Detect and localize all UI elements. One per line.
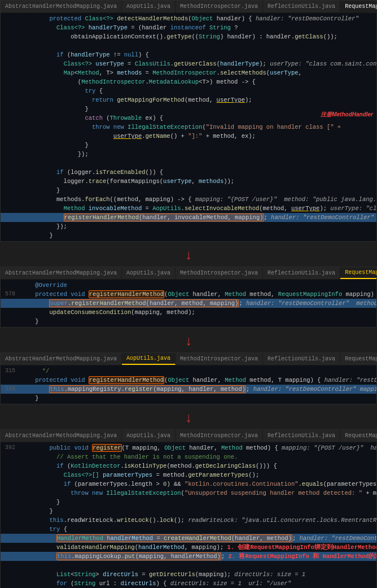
code-line: logger.trace(formatMappings(userType, me… xyxy=(1,177,376,186)
code-line: @Override xyxy=(1,281,376,290)
code-line: (MethodIntrospector.MetadataLookup<T>) m… xyxy=(1,77,376,86)
code-line: Map<Method, T> methods = MethodIntrospec… xyxy=(1,68,376,77)
code-line: } xyxy=(1,394,376,403)
code-line: 578 protected void registerHandlerMethod… xyxy=(1,290,376,299)
code-line: Method invocableMethod = AopUtils.select… xyxy=(1,204,376,213)
code-line: } xyxy=(1,317,376,326)
code-line: } xyxy=(1,507,376,516)
tab-abstract2[interactable]: AbstractHandlerMethodMapping.java xyxy=(1,267,122,279)
code-line: if (parameterTypes.length > 0) && "kotli… xyxy=(1,480,376,489)
tab-abstract3[interactable]: AbstractHandlerMethodMapping.java xyxy=(1,353,122,365)
code-line: userType.getName() + "]:" + method, ex); xyxy=(1,132,376,141)
code-area-2: @Override 578 protected void registerHan… xyxy=(1,280,376,327)
code-line: } xyxy=(1,186,376,195)
annotation-method-handler: 注册MethodHandler xyxy=(321,111,373,119)
tab-reflection2[interactable]: ReflectionUtils.java xyxy=(263,267,340,279)
tab-requestmapping4[interactable]: RequestMappingHandlerMapping.java xyxy=(340,430,376,442)
code-line: if (handlerType != null) { xyxy=(1,50,376,59)
tab-method4[interactable]: MethodIntrospector.java xyxy=(176,430,263,442)
tab-bar-1[interactable]: AbstractHandlerMethodMapping.java AopUti… xyxy=(1,1,376,13)
tab-requestmapping1[interactable]: RequestMappingHandlerMapping.java xyxy=(340,1,376,12)
code-line-highlighted: 318 this.mappingRegistry.register(mappin… xyxy=(1,385,376,394)
tab-requestmapping3[interactable]: RequestMappingHandlerMapping.java xyxy=(340,353,376,365)
code-line: } xyxy=(1,498,376,507)
tab-reflection3[interactable]: ReflectionUtils.java xyxy=(263,353,340,365)
code-line: } xyxy=(1,141,376,150)
tab-aop4[interactable]: AopUtils.java xyxy=(122,430,176,442)
tab-bar-4[interactable]: AbstractHandlerMethodMapping.java AopUti… xyxy=(1,430,376,442)
code-line: if (logger.isTraceEnabled()) { xyxy=(1,168,376,177)
code-line: List<String> directUrls = getDirectUrls(… xyxy=(1,570,376,579)
tab-method3[interactable]: MethodIntrospector.java xyxy=(176,353,263,365)
arrow-3-4: ↓ xyxy=(0,407,377,429)
code-line: if (KotlinDetector.isKotlinType(method.g… xyxy=(1,461,376,471)
code-line xyxy=(1,159,376,168)
code-line: throw new IllegalStateException("Unsuppo… xyxy=(1,489,376,498)
tab-method2[interactable]: MethodIntrospector.java xyxy=(176,267,263,279)
code-line: return getMappingForMethod(method, userT… xyxy=(1,95,376,104)
tab-reflection4[interactable]: ReflectionUtils.java xyxy=(263,430,340,442)
code-line: methods.forEach((method, mapping) -> { m… xyxy=(1,195,376,204)
editor-panel-1: AbstractHandlerMethodMapping.java AopUti… xyxy=(0,0,377,242)
tab-aop3[interactable]: AopUtils.java xyxy=(122,353,176,365)
code-line-highlighted-2: this.mappingLookup.put(mapping, handlerM… xyxy=(1,552,376,561)
code-line: this.readWriteLock.writeLock().lock(); r… xyxy=(1,516,376,525)
editor-panel-4: AbstractHandlerMethodMapping.java AopUti… xyxy=(0,429,377,588)
code-line: obtainApplicationContext().getType((Stri… xyxy=(1,32,376,41)
code-line: }); xyxy=(1,222,376,231)
tab-bar-3[interactable]: AbstractHandlerMethodMapping.java AopUti… xyxy=(1,353,376,365)
code-line-highlighted-1: HandlerMethod handlerMethod = createHand… xyxy=(1,534,376,543)
editor-panel-2: AbstractHandlerMethodMapping.java AopUti… xyxy=(0,267,377,328)
code-line: protected void registerHandlerMethod(Obj… xyxy=(1,376,376,385)
code-line: }); xyxy=(1,150,376,159)
editor-panel-3: AbstractHandlerMethodMapping.java AopUti… xyxy=(0,352,377,404)
code-line: try { xyxy=(1,525,376,534)
tab-aop1[interactable]: AopUtils.java xyxy=(122,1,176,12)
code-line xyxy=(1,41,376,50)
code-area-3: 315 */ protected void registerHandlerMet… xyxy=(1,365,376,404)
arrow-1-2: ↓ xyxy=(0,244,377,267)
code-line: 392 public void register(T mapping, Obje… xyxy=(1,443,376,452)
tab-method1[interactable]: MethodIntrospector.java xyxy=(176,1,263,12)
code-line: } xyxy=(1,231,376,240)
tab-requestmapping2[interactable]: RequestMappingHandlerMapping.java xyxy=(340,267,376,279)
code-line: Class<?> userType = ClassUtils.getUserCl… xyxy=(1,59,376,68)
code-line: } xyxy=(1,104,376,114)
code-line: for (String url : directUrls) { directUr… xyxy=(1,579,376,588)
code-line: validateHandlerMapping(handlerMethod, ma… xyxy=(1,543,376,552)
code-line: Class<?>[] parameterTypes = method.getPa… xyxy=(1,471,376,480)
code-line: try { xyxy=(1,86,376,95)
code-line: Class<?> handlerType = (handler instance… xyxy=(1,23,376,32)
code-line: // Assert that the handler is not a susp… xyxy=(1,452,376,461)
tab-abstract1[interactable]: AbstractHandlerMethodMapping.java xyxy=(1,1,122,12)
code-area-1: protected Class<?> detectHandlerMethods(… xyxy=(1,13,376,241)
tab-reflection1[interactable]: ReflectionUtils.java xyxy=(263,1,340,12)
tab-bar-2[interactable]: AbstractHandlerMethodMapping.java AopUti… xyxy=(1,267,376,280)
code-line: protected Class<?> detectHandlerMethods(… xyxy=(1,14,376,23)
code-line: throw new IllegalStateException("Invalid… xyxy=(1,123,376,132)
code-area-4: 392 public void register(T mapping, Obje… xyxy=(1,442,376,588)
tab-aop2[interactable]: AopUtils.java xyxy=(122,267,176,279)
code-line-highlighted: super.registerHandlerMethod(handler, met… xyxy=(1,299,376,308)
code-line: updateConsumesCondition(mapping, method)… xyxy=(1,308,376,317)
arrow-2-3: ↓ xyxy=(0,330,377,352)
code-line: catch (Throwable ex) { xyxy=(1,114,376,123)
code-line: 315 */ xyxy=(1,367,376,376)
code-line xyxy=(1,561,376,570)
tab-abstract4[interactable]: AbstractHandlerMethodMapping.java xyxy=(1,430,122,442)
code-line-highlighted: registerHandlerMethod(handler, invocable… xyxy=(1,213,376,222)
